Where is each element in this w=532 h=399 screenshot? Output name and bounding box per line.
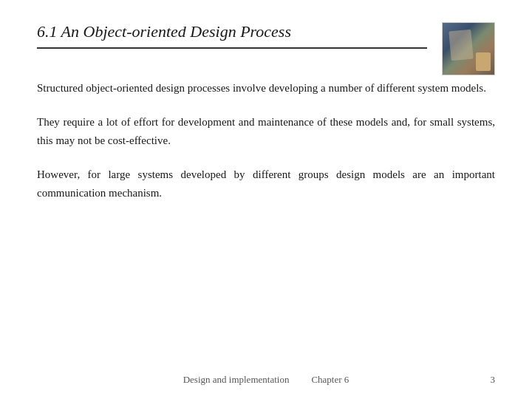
paragraph-1: Structured object-oriented design proces… — [37, 79, 495, 98]
footer-area: Design and implementation Chapter 6 — [0, 374, 532, 386]
book-thumbnail-image — [443, 23, 494, 75]
paragraph-3: However, for large systems developed by … — [37, 166, 495, 203]
content-area: Structured object-oriented design proces… — [37, 79, 495, 203]
paragraph-1-text: Structured object-oriented design proces… — [37, 82, 486, 94]
paragraph-2-text: They require a lot of effort for develop… — [37, 116, 495, 147]
slide-title: 6.1 An Object-oriented Design Process — [37, 22, 427, 47]
header-area: 6.1 An Object-oriented Design Process — [37, 22, 495, 75]
paragraph-3-text: However, for large systems developed by … — [37, 168, 495, 200]
paragraph-2: They require a lot of effort for develop… — [37, 113, 495, 151]
footer-chapter-label: Chapter 6 — [311, 374, 349, 386]
footer-page-number: 3 — [491, 374, 496, 386]
book-thumbnail — [442, 22, 495, 75]
slide-container: 6.1 An Object-oriented Design Process St… — [0, 0, 532, 399]
footer-left-text: Design and implementation — [183, 374, 290, 386]
title-section: 6.1 An Object-oriented Design Process — [37, 22, 442, 62]
title-underline — [37, 47, 427, 49]
